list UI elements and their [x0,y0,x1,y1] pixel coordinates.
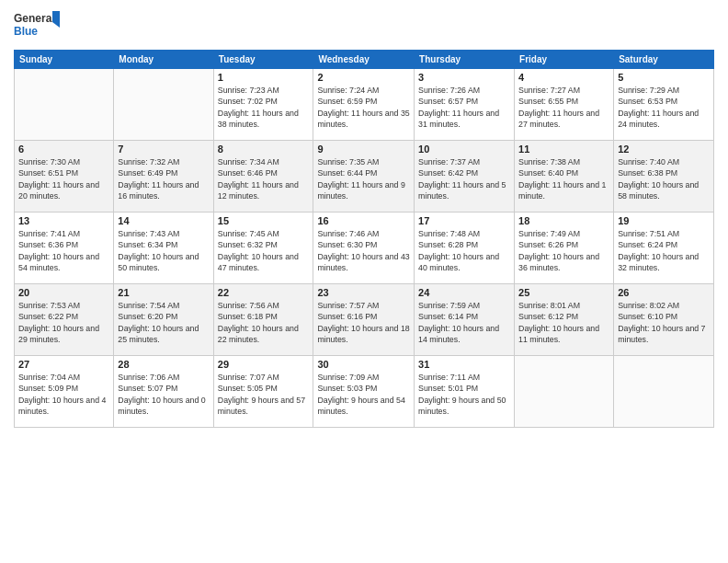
calendar-cell: 31Sunrise: 7:11 AM Sunset: 5:01 PM Dayli… [415,356,515,428]
calendar-cell: 10Sunrise: 7:37 AM Sunset: 6:42 PM Dayli… [415,141,515,213]
svg-marker-2 [52,11,60,28]
calendar-cell: 9Sunrise: 7:35 AM Sunset: 6:44 PM Daylig… [313,141,415,213]
day-number: 2 [317,72,410,83]
day-info: Sunrise: 7:04 AM Sunset: 5:09 PM Dayligh… [18,372,109,417]
day-number: 4 [518,72,609,83]
weekday-thursday: Thursday [415,51,515,69]
calendar-cell: 5Sunrise: 7:29 AM Sunset: 6:53 PM Daylig… [614,69,714,141]
week-row-5: 27Sunrise: 7:04 AM Sunset: 5:09 PM Dayli… [15,356,714,428]
calendar-cell [114,69,213,141]
calendar-cell: 16Sunrise: 7:46 AM Sunset: 6:30 PM Dayli… [313,213,415,284]
day-info: Sunrise: 7:41 AM Sunset: 6:36 PM Dayligh… [18,228,109,273]
day-info: Sunrise: 7:06 AM Sunset: 5:07 PM Dayligh… [118,372,209,417]
day-info: Sunrise: 7:57 AM Sunset: 6:16 PM Dayligh… [317,300,410,345]
calendar-cell: 11Sunrise: 7:38 AM Sunset: 6:40 PM Dayli… [515,141,614,213]
calendar-cell: 13Sunrise: 7:41 AM Sunset: 6:36 PM Dayli… [15,213,114,284]
weekday-monday: Monday [114,51,213,69]
calendar-cell [515,356,614,428]
day-number: 28 [118,359,209,370]
weekday-sunday: Sunday [15,51,114,69]
logo: General Blue [14,9,60,42]
weekday-saturday: Saturday [614,51,714,69]
calendar-cell: 25Sunrise: 8:01 AM Sunset: 6:12 PM Dayli… [515,284,614,356]
day-info: Sunrise: 7:43 AM Sunset: 6:34 PM Dayligh… [118,228,209,273]
day-number: 18 [518,215,609,226]
day-number: 31 [418,359,510,370]
calendar-cell: 4Sunrise: 7:27 AM Sunset: 6:55 PM Daylig… [515,69,614,141]
day-number: 20 [18,287,109,298]
day-number: 9 [317,144,410,155]
day-info: Sunrise: 7:48 AM Sunset: 6:28 PM Dayligh… [418,228,510,273]
day-info: Sunrise: 8:02 AM Sunset: 6:10 PM Dayligh… [618,300,710,345]
day-number: 22 [218,287,310,298]
day-info: Sunrise: 7:49 AM Sunset: 6:26 PM Dayligh… [518,228,609,273]
calendar-cell: 28Sunrise: 7:06 AM Sunset: 5:07 PM Dayli… [114,356,213,428]
day-number: 3 [418,72,510,83]
weekday-tuesday: Tuesday [213,51,313,69]
day-number: 24 [418,287,510,298]
week-row-4: 20Sunrise: 7:53 AM Sunset: 6:22 PM Dayli… [15,284,714,356]
day-info: Sunrise: 7:35 AM Sunset: 6:44 PM Dayligh… [317,156,410,201]
day-number: 26 [618,287,710,298]
day-number: 15 [218,215,310,226]
svg-text:General: General [14,12,55,25]
day-number: 1 [218,72,310,83]
day-info: Sunrise: 7:09 AM Sunset: 5:03 PM Dayligh… [317,372,410,417]
day-info: Sunrise: 7:37 AM Sunset: 6:42 PM Dayligh… [418,156,510,201]
calendar-cell: 15Sunrise: 7:45 AM Sunset: 6:32 PM Dayli… [213,213,313,284]
week-row-2: 6Sunrise: 7:30 AM Sunset: 6:51 PM Daylig… [15,141,714,213]
day-number: 27 [18,359,109,370]
calendar-cell: 19Sunrise: 7:51 AM Sunset: 6:24 PM Dayli… [614,213,714,284]
day-info: Sunrise: 8:01 AM Sunset: 6:12 PM Dayligh… [518,300,609,345]
weekday-wednesday: Wednesday [313,51,415,69]
day-number: 11 [518,144,609,155]
calendar-cell: 20Sunrise: 7:53 AM Sunset: 6:22 PM Dayli… [15,284,114,356]
day-info: Sunrise: 7:26 AM Sunset: 6:57 PM Dayligh… [418,85,510,130]
day-number: 23 [317,287,410,298]
week-row-3: 13Sunrise: 7:41 AM Sunset: 6:36 PM Dayli… [15,213,714,284]
day-info: Sunrise: 7:56 AM Sunset: 6:18 PM Dayligh… [218,300,310,345]
calendar-cell: 1Sunrise: 7:23 AM Sunset: 7:02 PM Daylig… [213,69,313,141]
day-info: Sunrise: 7:54 AM Sunset: 6:20 PM Dayligh… [118,300,209,345]
weekday-friday: Friday [515,51,614,69]
day-info: Sunrise: 7:29 AM Sunset: 6:53 PM Dayligh… [618,85,710,130]
day-number: 8 [218,144,310,155]
day-info: Sunrise: 7:32 AM Sunset: 6:49 PM Dayligh… [118,156,209,201]
day-number: 10 [418,144,510,155]
day-info: Sunrise: 7:23 AM Sunset: 7:02 PM Dayligh… [218,85,310,130]
calendar: SundayMondayTuesdayWednesdayThursdayFrid… [14,50,714,428]
day-info: Sunrise: 7:38 AM Sunset: 6:40 PM Dayligh… [518,156,609,201]
calendar-cell: 24Sunrise: 7:59 AM Sunset: 6:14 PM Dayli… [415,284,515,356]
day-number: 17 [418,215,510,226]
calendar-cell: 17Sunrise: 7:48 AM Sunset: 6:28 PM Dayli… [415,213,515,284]
calendar-cell: 29Sunrise: 7:07 AM Sunset: 5:05 PM Dayli… [213,356,313,428]
day-number: 6 [18,144,109,155]
day-number: 13 [18,215,109,226]
day-info: Sunrise: 7:30 AM Sunset: 6:51 PM Dayligh… [18,156,109,201]
calendar-cell: 12Sunrise: 7:40 AM Sunset: 6:38 PM Dayli… [614,141,714,213]
calendar-cell: 3Sunrise: 7:26 AM Sunset: 6:57 PM Daylig… [415,69,515,141]
weekday-header-row: SundayMondayTuesdayWednesdayThursdayFrid… [15,51,714,69]
day-number: 16 [317,215,410,226]
day-number: 19 [618,215,710,226]
calendar-cell: 27Sunrise: 7:04 AM Sunset: 5:09 PM Dayli… [15,356,114,428]
calendar-cell: 18Sunrise: 7:49 AM Sunset: 6:26 PM Dayli… [515,213,614,284]
day-number: 5 [618,72,710,83]
day-info: Sunrise: 7:59 AM Sunset: 6:14 PM Dayligh… [418,300,510,345]
calendar-cell: 7Sunrise: 7:32 AM Sunset: 6:49 PM Daylig… [114,141,213,213]
day-info: Sunrise: 7:45 AM Sunset: 6:32 PM Dayligh… [218,228,310,273]
day-info: Sunrise: 7:11 AM Sunset: 5:01 PM Dayligh… [418,372,510,417]
day-info: Sunrise: 7:27 AM Sunset: 6:55 PM Dayligh… [518,85,609,130]
calendar-cell: 30Sunrise: 7:09 AM Sunset: 5:03 PM Dayli… [313,356,415,428]
calendar-cell: 21Sunrise: 7:54 AM Sunset: 6:20 PM Dayli… [114,284,213,356]
svg-text:Blue: Blue [14,25,38,38]
calendar-cell: 14Sunrise: 7:43 AM Sunset: 6:34 PM Dayli… [114,213,213,284]
day-number: 29 [218,359,310,370]
calendar-cell: 6Sunrise: 7:30 AM Sunset: 6:51 PM Daylig… [15,141,114,213]
logo-svg: General Blue [14,9,60,42]
calendar-cell: 2Sunrise: 7:24 AM Sunset: 6:59 PM Daylig… [313,69,415,141]
day-info: Sunrise: 7:24 AM Sunset: 6:59 PM Dayligh… [317,85,410,130]
calendar-cell: 8Sunrise: 7:34 AM Sunset: 6:46 PM Daylig… [213,141,313,213]
calendar-cell [15,69,114,141]
day-number: 7 [118,144,209,155]
